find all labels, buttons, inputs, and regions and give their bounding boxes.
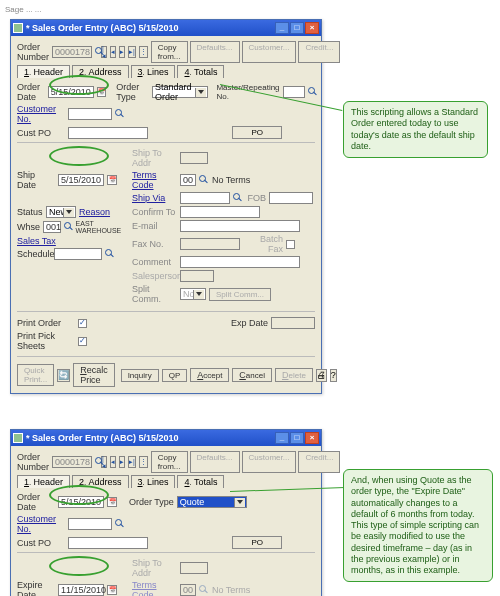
exp-date-field (271, 317, 315, 329)
po-button[interactable]: PO (232, 126, 282, 139)
minimize-button[interactable]: _ (275, 22, 289, 34)
tab-row: 1. Header 2. Address 3. Lines 4. Totals (17, 475, 315, 488)
shipto-label: Ship To Addr (132, 148, 177, 168)
minimize-button[interactable]: _ (275, 432, 289, 444)
salesperson-label: Salesperson (132, 271, 177, 281)
shipvia-label[interactable]: Ship Via (132, 193, 177, 203)
calendar-icon[interactable]: 📅 (107, 175, 117, 185)
copy-from-button[interactable]: Copy from... (151, 41, 188, 63)
app-icon (13, 23, 23, 33)
print-icon[interactable]: 🖨 (316, 369, 327, 382)
tab-lines[interactable]: 3. Lines (131, 65, 176, 78)
order-date-field[interactable]: 5/15/2010 (58, 496, 104, 508)
nav-list[interactable]: ⋮ (139, 456, 148, 468)
faxno-field (180, 238, 240, 250)
order-number-field: 0000178 (52, 456, 92, 468)
status-label: Status (17, 207, 43, 217)
terms-desc: No Terms (212, 585, 250, 595)
email-field[interactable] (180, 220, 300, 232)
calendar-icon[interactable]: 📅 (107, 497, 117, 507)
confirm-field[interactable] (180, 206, 260, 218)
tab-totals[interactable]: 4. Totals (177, 475, 224, 488)
nav-prev[interactable]: ◂ (110, 46, 116, 58)
nav-last[interactable]: ▸| (128, 46, 136, 58)
order-date-field[interactable]: 5/15/2010 (48, 86, 94, 98)
tab-address[interactable]: 2. Address (72, 475, 129, 488)
recalc-icon[interactable]: 🔄 (57, 369, 70, 382)
window-title: * Sales Order Entry (ABC) 5/15/2010 (26, 23, 179, 33)
accept-button[interactable]: Accept (190, 368, 229, 382)
cancel-button[interactable]: Cancel (232, 368, 272, 382)
window-title: * Sales Order Entry (ABC) 5/15/2010 (26, 433, 179, 443)
terms-code-field[interactable]: 00 (180, 174, 196, 186)
order-type-label: Order Type (129, 497, 174, 507)
tab-header[interactable]: 1. Header (17, 65, 70, 78)
terms-label[interactable]: Terms Code (132, 170, 177, 190)
maximize-button[interactable]: □ (290, 22, 304, 34)
nav-next[interactable]: ▸ (119, 46, 125, 58)
splitcomm-combo: No (180, 288, 206, 300)
help-icon[interactable]: ? (330, 369, 337, 382)
lookup-icon[interactable] (233, 193, 243, 203)
customer-no-label[interactable]: Customer No. (17, 104, 65, 124)
terms-desc: No Terms (212, 175, 250, 185)
lookup-icon[interactable] (115, 519, 125, 529)
splitcomm-label: Split Comm. (132, 284, 177, 304)
customer-no-field[interactable] (68, 108, 112, 120)
po-button[interactable]: PO (232, 536, 282, 549)
order-number-field: 0000178 (52, 46, 92, 58)
print-order-check[interactable]: ✓ (78, 319, 87, 328)
comment-field[interactable] (180, 256, 300, 268)
credit-button: Credit... (298, 41, 340, 63)
cust-po-field[interactable] (68, 127, 148, 139)
nav-list[interactable]: ⋮ (139, 46, 148, 58)
lookup-icon[interactable] (115, 109, 125, 119)
lookup-icon[interactable] (64, 222, 73, 232)
email-label: E-mail (132, 221, 177, 231)
status-combo[interactable]: New (46, 206, 76, 218)
expire-date-label: Expire Date (17, 580, 55, 596)
close-button[interactable]: × (305, 432, 319, 444)
tab-totals[interactable]: 4. Totals (177, 65, 224, 78)
master-repeating-field[interactable] (283, 86, 305, 98)
maximize-button[interactable]: □ (290, 432, 304, 444)
whse-code-field[interactable]: 001 (43, 221, 61, 233)
ship-date-label: Ship Date (17, 170, 55, 190)
sales-tax-link[interactable]: Sales Tax (17, 236, 56, 246)
nav-prev[interactable]: ◂ (110, 456, 116, 468)
customer-no-field[interactable] (68, 518, 112, 530)
print-order-label: Print Order (17, 318, 75, 328)
nav-next[interactable]: ▸ (119, 456, 125, 468)
qp-button[interactable]: QP (162, 369, 188, 382)
defaults-button: Defaults... (190, 41, 240, 63)
copy-from-button[interactable]: Copy from... (151, 451, 188, 473)
ship-date-field[interactable]: 5/15/2010 (58, 174, 104, 186)
calendar-icon[interactable]: 📅 (97, 87, 106, 97)
calendar-icon[interactable]: 📅 (107, 585, 117, 595)
shipvia-field[interactable] (180, 192, 230, 204)
cust-po-field[interactable] (68, 537, 148, 549)
close-button[interactable]: × (305, 22, 319, 34)
lookup-icon[interactable] (199, 175, 209, 185)
order-type-combo[interactable]: Quote (177, 496, 247, 508)
titlebar: * Sales Order Entry (ABC) 5/15/2010 _ □ … (11, 20, 321, 36)
fob-field[interactable] (269, 192, 313, 204)
reason-link[interactable]: Reason (79, 207, 110, 217)
customer-button: Customer... (242, 41, 297, 63)
tab-row: 1. Header 2. Address 3. Lines 4. Totals (17, 65, 315, 78)
tab-lines[interactable]: 3. Lines (131, 475, 176, 488)
nav-last[interactable]: ▸| (128, 456, 136, 468)
expire-date-field[interactable]: 11/15/2010 (58, 584, 104, 596)
customer-no-label[interactable]: Customer No. (17, 514, 65, 534)
order-type-combo[interactable]: Standard Order (152, 86, 208, 98)
inquiry-button[interactable]: Inquiry (121, 369, 159, 382)
salesperson-field (180, 270, 214, 282)
exp-date-label: Exp Date (231, 318, 268, 328)
tab-header[interactable]: 1. Header (17, 475, 70, 488)
schedule-field[interactable] (54, 248, 102, 260)
recalc-button[interactable]: Recalc Price (73, 363, 115, 387)
lookup-icon[interactable] (105, 249, 115, 259)
lookup-icon[interactable] (308, 87, 315, 97)
tab-address[interactable]: 2. Address (72, 65, 129, 78)
print-pick-check[interactable]: ✓ (78, 337, 87, 346)
